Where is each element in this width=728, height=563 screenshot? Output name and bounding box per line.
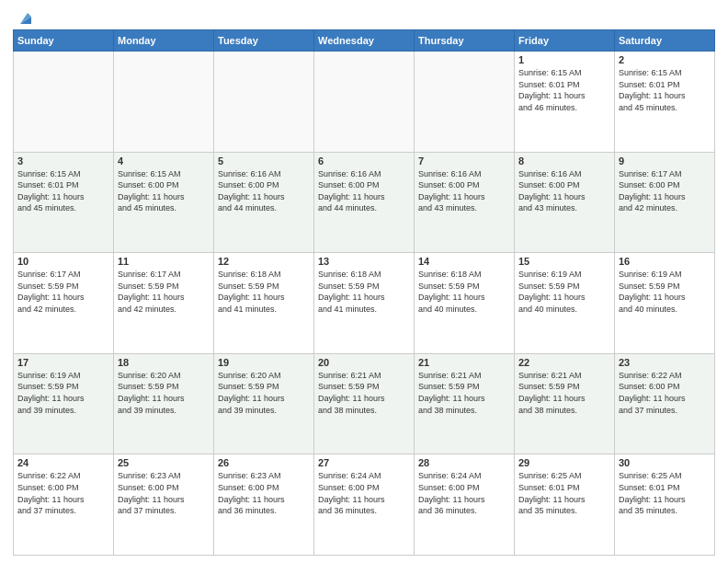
weekday-header-saturday: Saturday xyxy=(615,30,715,52)
day-number: 24 xyxy=(17,457,109,468)
day-number: 1 xyxy=(518,54,610,65)
day-number: 6 xyxy=(318,155,410,167)
calendar-cell xyxy=(314,52,415,153)
calendar-cell: 7Sunrise: 6:16 AM Sunset: 6:00 PM Daylig… xyxy=(415,152,515,253)
header-row: SundayMondayTuesdayWednesdayThursdayFrid… xyxy=(14,30,715,52)
day-number: 18 xyxy=(118,357,210,368)
day-info: Sunrise: 6:15 AM Sunset: 6:01 PM Dayligh… xyxy=(619,67,711,113)
day-info: Sunrise: 6:19 AM Sunset: 5:59 PM Dayligh… xyxy=(518,269,610,315)
calendar-table: SundayMondayTuesdayWednesdayThursdayFrid… xyxy=(13,29,715,556)
day-info: Sunrise: 6:15 AM Sunset: 6:00 PM Dayligh… xyxy=(118,168,210,214)
weekday-header-tuesday: Tuesday xyxy=(214,30,314,52)
header xyxy=(13,9,715,22)
week-row-1: 1Sunrise: 6:15 AM Sunset: 6:01 PM Daylig… xyxy=(14,52,715,153)
day-number: 22 xyxy=(518,357,610,368)
calendar-cell: 24Sunrise: 6:22 AM Sunset: 6:00 PM Dayli… xyxy=(14,454,114,556)
day-info: Sunrise: 6:20 AM Sunset: 5:59 PM Dayligh… xyxy=(218,370,310,416)
day-info: Sunrise: 6:20 AM Sunset: 5:59 PM Dayligh… xyxy=(118,370,210,416)
weekday-header-wednesday: Wednesday xyxy=(314,30,415,52)
calendar-cell: 15Sunrise: 6:19 AM Sunset: 5:59 PM Dayli… xyxy=(515,253,615,354)
day-number: 23 xyxy=(619,357,711,368)
calendar-cell: 12Sunrise: 6:18 AM Sunset: 5:59 PM Dayli… xyxy=(214,253,314,354)
calendar-cell: 8Sunrise: 6:16 AM Sunset: 6:00 PM Daylig… xyxy=(515,152,615,253)
day-info: Sunrise: 6:19 AM Sunset: 5:59 PM Dayligh… xyxy=(17,370,109,416)
calendar-cell: 3Sunrise: 6:15 AM Sunset: 6:01 PM Daylig… xyxy=(14,152,114,253)
calendar-cell: 23Sunrise: 6:22 AM Sunset: 6:00 PM Dayli… xyxy=(615,353,715,454)
day-info: Sunrise: 6:17 AM Sunset: 6:00 PM Dayligh… xyxy=(619,168,711,214)
day-number: 26 xyxy=(218,457,310,468)
day-number: 9 xyxy=(619,155,711,167)
calendar-cell xyxy=(214,52,314,153)
calendar-cell: 2Sunrise: 6:15 AM Sunset: 6:01 PM Daylig… xyxy=(615,52,715,153)
day-info: Sunrise: 6:21 AM Sunset: 5:59 PM Dayligh… xyxy=(518,370,610,416)
week-row-3: 10Sunrise: 6:17 AM Sunset: 5:59 PM Dayli… xyxy=(14,253,715,354)
calendar-cell: 29Sunrise: 6:25 AM Sunset: 6:01 PM Dayli… xyxy=(515,454,615,556)
calendar-cell: 26Sunrise: 6:23 AM Sunset: 6:00 PM Dayli… xyxy=(214,454,314,556)
calendar-cell xyxy=(415,52,515,153)
day-info: Sunrise: 6:17 AM Sunset: 5:59 PM Dayligh… xyxy=(118,269,210,315)
calendar-cell: 18Sunrise: 6:20 AM Sunset: 5:59 PM Dayli… xyxy=(114,353,214,454)
day-number: 25 xyxy=(118,457,210,468)
calendar-cell: 21Sunrise: 6:21 AM Sunset: 5:59 PM Dayli… xyxy=(415,353,515,454)
day-number: 8 xyxy=(518,155,610,167)
day-number: 11 xyxy=(118,256,210,267)
day-info: Sunrise: 6:25 AM Sunset: 6:01 PM Dayligh… xyxy=(518,470,610,516)
day-number: 21 xyxy=(418,357,510,368)
calendar-cell: 25Sunrise: 6:23 AM Sunset: 6:00 PM Dayli… xyxy=(114,454,214,556)
day-info: Sunrise: 6:18 AM Sunset: 5:59 PM Dayligh… xyxy=(318,269,410,315)
day-number: 28 xyxy=(418,457,510,468)
day-number: 29 xyxy=(518,457,610,468)
day-info: Sunrise: 6:24 AM Sunset: 6:00 PM Dayligh… xyxy=(418,470,510,516)
calendar-cell: 19Sunrise: 6:20 AM Sunset: 5:59 PM Dayli… xyxy=(214,353,314,454)
calendar-cell: 20Sunrise: 6:21 AM Sunset: 5:59 PM Dayli… xyxy=(314,353,415,454)
day-number: 30 xyxy=(619,457,711,468)
calendar-cell xyxy=(114,52,214,153)
week-row-5: 24Sunrise: 6:22 AM Sunset: 6:00 PM Dayli… xyxy=(14,454,715,556)
day-number: 2 xyxy=(619,54,711,65)
logo xyxy=(13,9,35,22)
calendar-cell: 11Sunrise: 6:17 AM Sunset: 5:59 PM Dayli… xyxy=(114,253,214,354)
day-number: 27 xyxy=(318,457,410,468)
day-number: 5 xyxy=(218,155,310,167)
calendar-cell: 17Sunrise: 6:19 AM Sunset: 5:59 PM Dayli… xyxy=(14,353,114,454)
day-number: 10 xyxy=(17,256,109,267)
day-number: 14 xyxy=(418,256,510,267)
calendar-cell: 16Sunrise: 6:19 AM Sunset: 5:59 PM Dayli… xyxy=(615,253,715,354)
day-number: 7 xyxy=(418,155,510,167)
weekday-header-thursday: Thursday xyxy=(415,30,515,52)
calendar-cell: 4Sunrise: 6:15 AM Sunset: 6:00 PM Daylig… xyxy=(114,152,214,253)
calendar-cell: 13Sunrise: 6:18 AM Sunset: 5:59 PM Dayli… xyxy=(314,253,415,354)
day-number: 20 xyxy=(318,357,410,368)
calendar-cell xyxy=(14,52,114,153)
day-number: 12 xyxy=(218,256,310,267)
day-info: Sunrise: 6:18 AM Sunset: 5:59 PM Dayligh… xyxy=(218,269,310,315)
day-info: Sunrise: 6:21 AM Sunset: 5:59 PM Dayligh… xyxy=(418,370,510,416)
calendar-cell: 10Sunrise: 6:17 AM Sunset: 5:59 PM Dayli… xyxy=(14,253,114,354)
day-info: Sunrise: 6:16 AM Sunset: 6:00 PM Dayligh… xyxy=(218,168,310,214)
day-info: Sunrise: 6:16 AM Sunset: 6:00 PM Dayligh… xyxy=(518,168,610,214)
day-info: Sunrise: 6:15 AM Sunset: 6:01 PM Dayligh… xyxy=(518,67,610,113)
calendar-cell: 5Sunrise: 6:16 AM Sunset: 6:00 PM Daylig… xyxy=(214,152,314,253)
day-info: Sunrise: 6:17 AM Sunset: 5:59 PM Dayligh… xyxy=(17,269,109,315)
day-info: Sunrise: 6:24 AM Sunset: 6:00 PM Dayligh… xyxy=(318,470,410,516)
day-number: 13 xyxy=(318,256,410,267)
calendar-cell: 27Sunrise: 6:24 AM Sunset: 6:00 PM Dayli… xyxy=(314,454,415,556)
day-info: Sunrise: 6:19 AM Sunset: 5:59 PM Dayligh… xyxy=(619,269,711,315)
day-info: Sunrise: 6:23 AM Sunset: 6:00 PM Dayligh… xyxy=(218,470,310,516)
calendar-cell: 14Sunrise: 6:18 AM Sunset: 5:59 PM Dayli… xyxy=(415,253,515,354)
calendar-cell: 6Sunrise: 6:16 AM Sunset: 6:00 PM Daylig… xyxy=(314,152,415,253)
day-number: 15 xyxy=(518,256,610,267)
day-info: Sunrise: 6:25 AM Sunset: 6:01 PM Dayligh… xyxy=(619,470,711,516)
weekday-header-friday: Friday xyxy=(515,30,615,52)
calendar-cell: 9Sunrise: 6:17 AM Sunset: 6:00 PM Daylig… xyxy=(615,152,715,253)
day-number: 4 xyxy=(118,155,210,167)
day-info: Sunrise: 6:22 AM Sunset: 6:00 PM Dayligh… xyxy=(619,370,711,416)
page: SundayMondayTuesdayWednesdayThursdayFrid… xyxy=(0,0,728,563)
day-info: Sunrise: 6:16 AM Sunset: 6:00 PM Dayligh… xyxy=(318,168,410,214)
weekday-header-sunday: Sunday xyxy=(14,30,114,52)
day-info: Sunrise: 6:16 AM Sunset: 6:00 PM Dayligh… xyxy=(418,168,510,214)
calendar-cell: 1Sunrise: 6:15 AM Sunset: 6:01 PM Daylig… xyxy=(515,52,615,153)
week-row-2: 3Sunrise: 6:15 AM Sunset: 6:01 PM Daylig… xyxy=(14,152,715,253)
calendar-cell: 28Sunrise: 6:24 AM Sunset: 6:00 PM Dayli… xyxy=(415,454,515,556)
day-info: Sunrise: 6:18 AM Sunset: 5:59 PM Dayligh… xyxy=(418,269,510,315)
